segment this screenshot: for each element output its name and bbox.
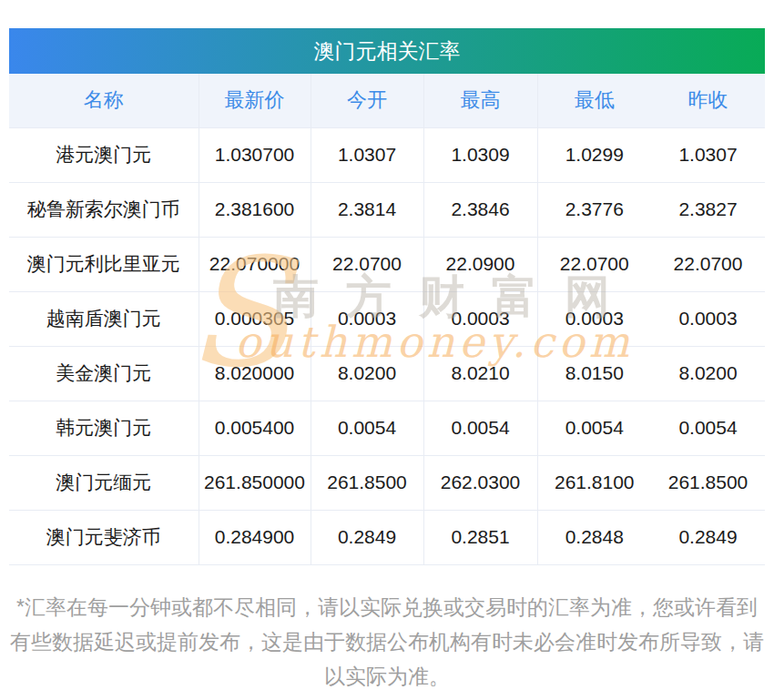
rate-value: 2.3846: [423, 182, 537, 237]
column-header-5: 最低: [537, 74, 651, 127]
currency-pair-name: 韩元澳门元: [9, 401, 199, 455]
currency-pair-name: 美金澳门元: [9, 346, 199, 401]
rate-value: 2.3827: [651, 182, 765, 237]
currency-pair-name: 港元澳门元: [9, 127, 199, 182]
column-header-3: 今开: [311, 74, 423, 127]
rate-widget: 澳门元相关汇率 名称最新价今开最高最低昨收 港元澳门元1.0307001.030…: [9, 28, 765, 565]
currency-pair-name: 越南盾澳门元: [9, 291, 199, 346]
rate-value: 1.0307: [651, 127, 765, 182]
rate-value: 261.8500: [651, 455, 765, 510]
rate-value: 261.8500: [311, 455, 423, 510]
rate-value: 2.381600: [199, 182, 311, 237]
currency-pair-name: 澳门元斐济币: [9, 510, 199, 564]
rate-value: 0.0003: [651, 291, 765, 346]
rate-value: 22.070000: [199, 237, 311, 291]
disclaimer-footnote: *汇率在每一分钟或都不尽相同，请以实际兑换或交易时的汇率为准，您或许看到有些数据…: [9, 590, 765, 694]
rate-value: 2.3814: [311, 182, 423, 237]
rate-value: 0.2851: [423, 510, 537, 564]
rate-value: 0.284900: [199, 510, 311, 564]
rate-value: 0.005400: [199, 401, 311, 455]
rate-value: 8.0200: [651, 346, 765, 401]
rate-value: 22.0900: [423, 237, 537, 291]
currency-pair-name: 澳门元利比里亚元: [9, 237, 199, 291]
exchange-rate-table: 名称最新价今开最高最低昨收 港元澳门元1.0307001.03071.03091…: [9, 74, 765, 565]
rate-value: 8.020000: [199, 346, 311, 401]
rate-value: 2.3776: [537, 182, 651, 237]
rate-value: 8.0150: [537, 346, 651, 401]
table-body: 港元澳门元1.0307001.03071.03091.02991.0307秘鲁新…: [9, 127, 765, 564]
table-header-row: 名称最新价今开最高最低昨收: [9, 74, 765, 127]
rate-value: 22.0700: [537, 237, 651, 291]
rate-value: 0.2848: [537, 510, 651, 564]
rate-value: 0.2849: [311, 510, 423, 564]
rate-value: 1.030700: [199, 127, 311, 182]
column-header-2: 最新价: [199, 74, 311, 127]
rate-value: 261.850000: [199, 455, 311, 510]
rate-value: 0.000305: [199, 291, 311, 346]
table-row: 美金澳门元8.0200008.02008.02108.01508.0200: [9, 346, 765, 401]
column-header-4: 最高: [423, 74, 537, 127]
rate-value: 0.0003: [311, 291, 423, 346]
currency-pair-name: 秘鲁新索尔澳门币: [9, 182, 199, 237]
rate-value: 22.0700: [311, 237, 423, 291]
rate-value: 0.0054: [311, 401, 423, 455]
rate-value: 0.0054: [423, 401, 537, 455]
rate-value: 1.0299: [537, 127, 651, 182]
rate-value: 8.0200: [311, 346, 423, 401]
rate-value: 261.8100: [537, 455, 651, 510]
rate-value: 262.0300: [423, 455, 537, 510]
table-row: 澳门元缅元261.850000261.8500262.0300261.81002…: [9, 455, 765, 510]
rate-value: 0.0054: [651, 401, 765, 455]
exchange-rate-page: 澳门元相关汇率 名称最新价今开最高最低昨收 港元澳门元1.0307001.030…: [0, 0, 774, 700]
rate-value: 0.0003: [537, 291, 651, 346]
table-row: 澳门元斐济币0.2849000.28490.28510.28480.2849: [9, 510, 765, 564]
rate-value: 8.0210: [423, 346, 537, 401]
table-row: 秘鲁新索尔澳门币2.3816002.38142.38462.37762.3827: [9, 182, 765, 237]
table-row: 越南盾澳门元0.0003050.00030.00030.00030.0003: [9, 291, 765, 346]
table-row: 澳门元利比里亚元22.07000022.070022.090022.070022…: [9, 237, 765, 291]
table-row: 韩元澳门元0.0054000.00540.00540.00540.0054: [9, 401, 765, 455]
page-title: 澳门元相关汇率: [9, 28, 765, 74]
rate-value: 1.0307: [311, 127, 423, 182]
currency-pair-name: 澳门元缅元: [9, 455, 199, 510]
rate-value: 0.2849: [651, 510, 765, 564]
rate-value: 1.0309: [423, 127, 537, 182]
rate-value: 0.0054: [537, 401, 651, 455]
table-row: 港元澳门元1.0307001.03071.03091.02991.0307: [9, 127, 765, 182]
column-header-1: 名称: [9, 74, 199, 127]
rate-value: 0.0003: [423, 291, 537, 346]
rate-value: 22.0700: [651, 237, 765, 291]
column-header-6: 昨收: [651, 74, 765, 127]
